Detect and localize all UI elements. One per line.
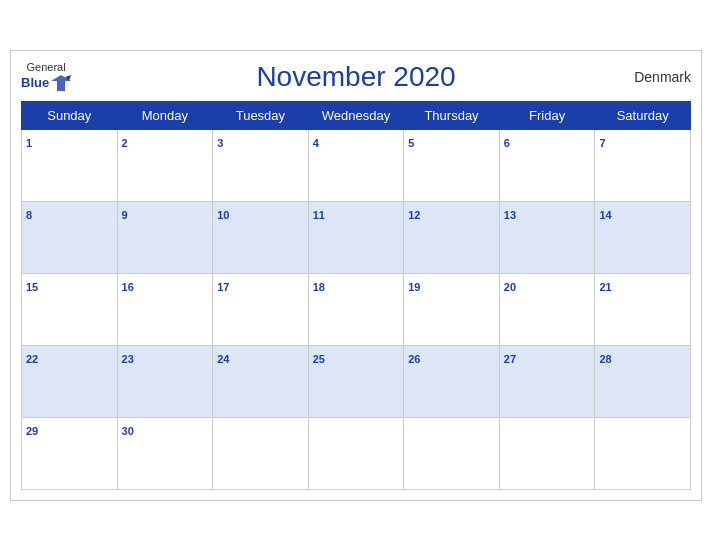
day-number: 20: [504, 281, 516, 293]
calendar-day-cell: 20: [499, 273, 595, 345]
calendar-day-cell: 6: [499, 129, 595, 201]
calendar-day-cell: 22: [22, 345, 118, 417]
calendar-week-row: 15161718192021: [22, 273, 691, 345]
calendar-day-cell: [499, 417, 595, 489]
calendar-day-cell: [404, 417, 500, 489]
calendar-week-row: 22232425262728: [22, 345, 691, 417]
calendar-day-cell: 13: [499, 201, 595, 273]
logo-blue-text: Blue: [21, 75, 49, 90]
header-sunday: Sunday: [22, 101, 118, 129]
calendar-day-cell: 16: [117, 273, 213, 345]
day-number: 27: [504, 353, 516, 365]
calendar-day-cell: [595, 417, 691, 489]
calendar-day-cell: 10: [213, 201, 309, 273]
country-label: Denmark: [634, 69, 691, 85]
day-number: 28: [599, 353, 611, 365]
day-number: 26: [408, 353, 420, 365]
logo-area: General Blue: [21, 61, 71, 93]
calendar-day-cell: 17: [213, 273, 309, 345]
weekday-header-row: Sunday Monday Tuesday Wednesday Thursday…: [22, 101, 691, 129]
day-number: 16: [122, 281, 134, 293]
calendar-body: 1234567891011121314151617181920212223242…: [22, 129, 691, 489]
day-number: 24: [217, 353, 229, 365]
calendar-day-cell: 5: [404, 129, 500, 201]
day-number: 12: [408, 209, 420, 221]
calendar-day-cell: 11: [308, 201, 404, 273]
header-friday: Friday: [499, 101, 595, 129]
header-monday: Monday: [117, 101, 213, 129]
calendar-day-cell: 14: [595, 201, 691, 273]
day-number: 4: [313, 137, 319, 149]
calendar-grid: Sunday Monday Tuesday Wednesday Thursday…: [21, 101, 691, 490]
day-number: 9: [122, 209, 128, 221]
day-number: 18: [313, 281, 325, 293]
calendar-day-cell: 28: [595, 345, 691, 417]
day-number: 7: [599, 137, 605, 149]
day-number: 2: [122, 137, 128, 149]
day-number: 25: [313, 353, 325, 365]
header-tuesday: Tuesday: [213, 101, 309, 129]
calendar-day-cell: 7: [595, 129, 691, 201]
calendar-day-cell: 3: [213, 129, 309, 201]
day-number: 17: [217, 281, 229, 293]
day-number: 8: [26, 209, 32, 221]
calendar-week-row: 2930: [22, 417, 691, 489]
logo-general-text: General: [27, 61, 66, 73]
day-number: 19: [408, 281, 420, 293]
calendar-day-cell: 19: [404, 273, 500, 345]
calendar-day-cell: 18: [308, 273, 404, 345]
calendar-week-row: 891011121314: [22, 201, 691, 273]
day-number: 23: [122, 353, 134, 365]
calendar-day-cell: 12: [404, 201, 500, 273]
calendar-day-cell: [213, 417, 309, 489]
calendar-day-cell: 25: [308, 345, 404, 417]
calendar-week-row: 1234567: [22, 129, 691, 201]
day-number: 13: [504, 209, 516, 221]
month-title: November 2020: [256, 61, 455, 93]
calendar-day-cell: 26: [404, 345, 500, 417]
day-number: 30: [122, 425, 134, 437]
header-thursday: Thursday: [404, 101, 500, 129]
calendar-day-cell: 21: [595, 273, 691, 345]
calendar-day-cell: 15: [22, 273, 118, 345]
day-number: 6: [504, 137, 510, 149]
calendar-day-cell: 8: [22, 201, 118, 273]
calendar-day-cell: 9: [117, 201, 213, 273]
calendar-day-cell: 29: [22, 417, 118, 489]
day-number: 1: [26, 137, 32, 149]
calendar-day-cell: 30: [117, 417, 213, 489]
header-saturday: Saturday: [595, 101, 691, 129]
day-number: 11: [313, 209, 325, 221]
calendar-day-cell: 4: [308, 129, 404, 201]
calendar-day-cell: 2: [117, 129, 213, 201]
day-number: 22: [26, 353, 38, 365]
header-wednesday: Wednesday: [308, 101, 404, 129]
calendar-day-cell: 23: [117, 345, 213, 417]
day-number: 21: [599, 281, 611, 293]
day-number: 14: [599, 209, 611, 221]
calendar-day-cell: 24: [213, 345, 309, 417]
day-number: 10: [217, 209, 229, 221]
calendar-day-cell: [308, 417, 404, 489]
day-number: 29: [26, 425, 38, 437]
logo-bird-icon: [51, 73, 71, 93]
calendar-day-cell: 27: [499, 345, 595, 417]
day-number: 15: [26, 281, 38, 293]
calendar-container: General Blue November 2020 Denmark Sunda…: [10, 50, 702, 501]
day-number: 5: [408, 137, 414, 149]
day-number: 3: [217, 137, 223, 149]
calendar-header: General Blue November 2020 Denmark: [21, 61, 691, 93]
calendar-day-cell: 1: [22, 129, 118, 201]
